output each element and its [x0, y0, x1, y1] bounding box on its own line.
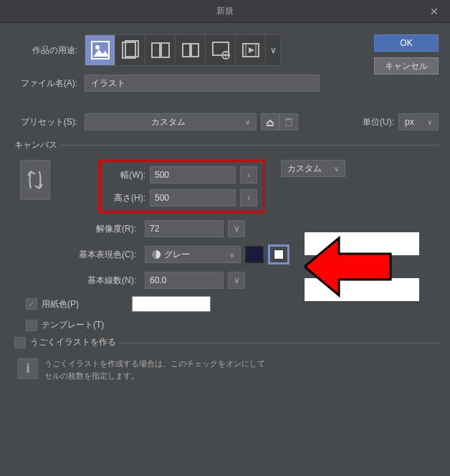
- width-input[interactable]: [150, 166, 236, 184]
- chevron-down-icon: ∨: [334, 165, 339, 173]
- chevron-down-icon: ∨: [234, 224, 240, 234]
- canvas-legend: キャンバス: [11, 139, 60, 151]
- purpose-pages[interactable]: [145, 35, 176, 65]
- svg-rect-6: [213, 42, 229, 55]
- close-icon: ✕: [430, 6, 439, 17]
- comic-icon: [120, 39, 141, 61]
- color-swatch-dark[interactable]: [245, 246, 264, 263]
- purpose-book[interactable]: [176, 35, 206, 65]
- animation-icon: [240, 39, 262, 61]
- size-preset-select[interactable]: カスタム ∨: [281, 160, 345, 177]
- pages-icon: [150, 39, 171, 61]
- template-label: テンプレート(T): [42, 319, 104, 331]
- svg-point-1: [95, 45, 100, 49]
- purpose-illustration[interactable]: [85, 35, 115, 65]
- chevron-down-icon: ∨: [270, 45, 277, 55]
- height-input[interactable]: [150, 189, 236, 206]
- book-icon: [180, 39, 201, 61]
- print-icon: [210, 39, 231, 61]
- info-icon: i: [17, 358, 39, 379]
- moving-checkbox[interactable]: [14, 337, 26, 348]
- preset-save-button[interactable]: [261, 113, 279, 130]
- preset-label: プリセット(S):: [11, 116, 85, 128]
- chevron-right-icon: ›: [247, 170, 250, 180]
- trash-icon: [284, 117, 293, 127]
- purpose-animation[interactable]: [236, 35, 266, 65]
- svg-rect-13: [285, 118, 292, 120]
- filename-label: ファイル名(A):: [11, 77, 85, 90]
- info-text: うごくイラストを作成する場合は、このチェックをオンにして セルの枚数を指定します…: [44, 358, 265, 381]
- purpose-toolbar: ∨: [85, 34, 281, 66]
- annotation-arrow: [305, 232, 419, 301]
- purpose-dropdown[interactable]: ∨: [266, 35, 280, 65]
- svg-rect-5: [161, 43, 169, 57]
- basecolor-select[interactable]: グレー ∨: [145, 246, 241, 263]
- lines-input[interactable]: [145, 272, 224, 289]
- chevron-down-icon: ∨: [229, 251, 234, 259]
- dimensions-highlight: 幅(W): › 高さ(H): ›: [99, 160, 265, 213]
- grayscale-icon: [151, 249, 161, 260]
- svg-rect-4: [152, 43, 160, 57]
- save-icon: [265, 117, 275, 127]
- template-checkbox[interactable]: [26, 320, 37, 331]
- svg-rect-2: [123, 42, 135, 58]
- illustration-icon: [90, 39, 111, 61]
- svg-rect-3: [125, 41, 138, 57]
- width-spinner[interactable]: ›: [240, 166, 257, 184]
- papercolor-label: 用紙色(P): [42, 298, 128, 310]
- purpose-label: 作品の用途:: [11, 44, 85, 57]
- svg-rect-12: [286, 120, 292, 126]
- preset-delete-button[interactable]: [279, 113, 298, 130]
- orientation-button[interactable]: [20, 160, 50, 200]
- svg-rect-11: [267, 125, 274, 126]
- dialog-title: 新規: [216, 5, 234, 17]
- purpose-print[interactable]: [206, 35, 236, 65]
- unit-select[interactable]: px ∨: [398, 113, 439, 130]
- chevron-down-icon: ∨: [234, 275, 240, 285]
- close-button[interactable]: ✕: [418, 0, 450, 23]
- chevron-right-icon: ›: [247, 193, 250, 203]
- ok-button[interactable]: OK: [374, 34, 439, 52]
- purpose-comic[interactable]: [115, 35, 145, 65]
- basecolor-label: 基本表現色(C):: [11, 249, 140, 261]
- color-swatch-white[interactable]: [268, 244, 289, 265]
- papercolor-swatch[interactable]: [132, 296, 211, 312]
- chevron-down-icon: ∨: [245, 118, 250, 126]
- unit-label: 単位(U):: [363, 116, 394, 128]
- resolution-dropdown[interactable]: ∨: [228, 220, 245, 237]
- moving-label: うごくイラストを作る: [30, 336, 116, 348]
- filename-input[interactable]: [85, 75, 320, 92]
- lines-label: 基本線数(N):: [11, 275, 140, 287]
- papercolor-checkbox[interactable]: ✓: [26, 298, 37, 310]
- height-spinner[interactable]: ›: [240, 189, 257, 206]
- resolution-label: 解像度(R):: [11, 223, 140, 235]
- moving-illust-section: うごくイラストを作る i うごくイラストを作成する場合は、このチェックをオンにし…: [11, 343, 439, 381]
- width-label: 幅(W):: [107, 169, 145, 181]
- titlebar: 新規 ✕: [0, 0, 450, 23]
- chevron-down-icon: ∨: [427, 118, 432, 126]
- preset-select[interactable]: カスタム ∨: [85, 113, 257, 130]
- check-icon: ✓: [28, 299, 35, 309]
- cancel-button[interactable]: キャンセル: [374, 57, 439, 75]
- resolution-input[interactable]: [145, 220, 224, 237]
- height-label: 高さ(H):: [107, 192, 145, 204]
- lines-dropdown[interactable]: ∨: [228, 272, 245, 289]
- swap-icon: [27, 166, 44, 194]
